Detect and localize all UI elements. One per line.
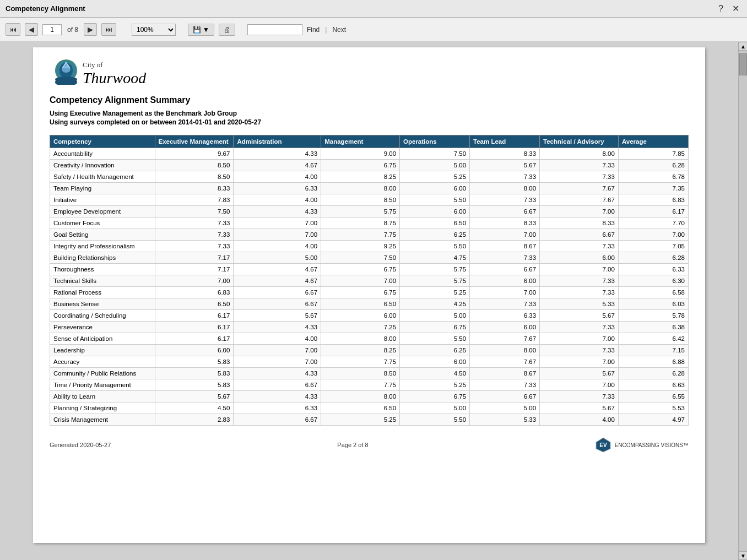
logo-svg <box>50 58 83 89</box>
toolbar: ⏮ ◀ of 8 ▶ ⏭ 100% 75% 125% 150% 💾 ▼ 🖨 Fi… <box>0 18 747 42</box>
last-page-button[interactable]: ⏭ <box>101 23 116 36</box>
competency-name: Team Playing <box>50 183 155 194</box>
score-cell: 7.00 <box>540 333 619 345</box>
page-total: of 8 <box>67 26 78 34</box>
score-cell: 6.33 <box>234 403 321 414</box>
page-input[interactable] <box>42 24 62 35</box>
score-cell: 7.50 <box>400 148 470 160</box>
score-cell: 5.67 <box>234 310 321 322</box>
scroll-thumb[interactable] <box>739 53 747 75</box>
find-input[interactable] <box>247 24 302 35</box>
scroll-down-button[interactable]: ▼ <box>739 551 747 560</box>
table-row: Time / Priority Management5.836.677.755.… <box>50 379 689 391</box>
score-cell: 6.00 <box>321 310 400 322</box>
next-find-button[interactable]: Next <box>332 26 346 34</box>
help-button[interactable]: ? <box>716 3 726 15</box>
table-row: Customer Focus7.337.008.756.508.338.337.… <box>50 218 689 229</box>
score-cell: 7.33 <box>540 322 619 333</box>
score-cell: 7.35 <box>618 183 688 194</box>
table-row: Safety / Health Management8.504.008.255.… <box>50 171 689 183</box>
score-cell: 4.67 <box>234 160 321 171</box>
score-cell: 7.50 <box>321 252 400 264</box>
table-row: Rational Process6.836.676.755.257.007.33… <box>50 287 689 298</box>
score-cell: 7.00 <box>618 229 688 241</box>
city-logo <box>50 58 83 89</box>
score-cell: 7.00 <box>321 275 400 287</box>
table-row: Employee Development7.504.335.756.006.67… <box>50 206 689 218</box>
svg-point-7 <box>55 77 77 82</box>
table-row: Integrity and Professionalism7.334.009.2… <box>50 241 689 252</box>
score-cell: 5.00 <box>234 252 321 264</box>
first-page-button[interactable]: ⏮ <box>6 23 20 36</box>
score-cell: 5.25 <box>321 414 400 426</box>
score-cell: 7.33 <box>540 345 619 356</box>
zoom-select[interactable]: 100% 75% 125% 150% <box>132 24 176 36</box>
competency-name: Safety / Health Management <box>50 171 155 183</box>
table-row: Leadership6.007.008.256.258.007.337.15 <box>50 345 689 356</box>
score-cell: 7.17 <box>155 264 234 275</box>
score-cell: 9.00 <box>321 148 400 160</box>
score-cell: 6.50 <box>155 298 234 310</box>
table-row: Sense of Anticipation6.174.008.005.507.6… <box>50 333 689 345</box>
score-cell: 7.67 <box>540 183 619 194</box>
score-cell: 6.55 <box>618 391 688 403</box>
score-cell: 6.17 <box>155 322 234 333</box>
score-cell: 5.67 <box>540 368 619 379</box>
scroll-track[interactable] <box>739 51 747 551</box>
table-row: Goal Setting7.337.007.756.257.006.677.00 <box>50 229 689 241</box>
competency-table: Competency Executive Management Administ… <box>50 135 689 426</box>
score-cell: 4.00 <box>234 241 321 252</box>
score-cell: 9.25 <box>321 241 400 252</box>
score-cell: 7.33 <box>155 241 234 252</box>
competency-name: Planning / Strategizing <box>50 403 155 414</box>
score-cell: 5.33 <box>470 414 540 426</box>
score-cell: 7.00 <box>234 356 321 368</box>
header-exec: Executive Management <box>155 135 234 148</box>
score-cell: 5.25 <box>400 379 470 391</box>
score-cell: 6.33 <box>234 183 321 194</box>
score-cell: 6.00 <box>400 356 470 368</box>
close-button[interactable]: ✕ <box>730 2 741 15</box>
score-cell: 6.75 <box>321 287 400 298</box>
score-cell: 7.00 <box>234 345 321 356</box>
score-cell: 7.75 <box>321 379 400 391</box>
score-cell: 4.67 <box>234 275 321 287</box>
score-cell: 4.33 <box>234 148 321 160</box>
competency-name: Building Relationships <box>50 252 155 264</box>
header-team: Team Lead <box>470 135 540 148</box>
generated-date: Generated 2020-05-27 <box>50 442 111 448</box>
print-button[interactable]: 🖨 <box>219 24 235 36</box>
score-cell: 5.75 <box>400 275 470 287</box>
title-controls: ? ✕ <box>716 2 741 15</box>
competency-name: Ability to Learn <box>50 391 155 403</box>
score-cell: 2.83 <box>155 414 234 426</box>
save-button[interactable]: 💾 ▼ <box>188 24 214 36</box>
page-container[interactable]: City of Thurwood Competency Alignment Su… <box>0 42 738 560</box>
score-cell: 8.00 <box>321 391 400 403</box>
score-cell: 5.67 <box>540 310 619 322</box>
score-cell: 7.33 <box>540 391 619 403</box>
competency-name: Customer Focus <box>50 218 155 229</box>
score-cell: 6.50 <box>321 298 400 310</box>
score-cell: 6.50 <box>321 403 400 414</box>
competency-name: Goal Setting <box>50 229 155 241</box>
scroll-up-button[interactable]: ▲ <box>739 42 747 51</box>
competency-name: Perseverance <box>50 322 155 333</box>
score-cell: 8.50 <box>321 368 400 379</box>
score-cell: 8.25 <box>321 171 400 183</box>
score-cell: 6.83 <box>618 194 688 206</box>
score-cell: 8.00 <box>321 333 400 345</box>
score-cell: 6.00 <box>540 252 619 264</box>
score-cell: 8.75 <box>321 218 400 229</box>
save-icon: 💾 <box>193 26 201 34</box>
competency-name: Business Sense <box>50 298 155 310</box>
next-page-button[interactable]: ▶ <box>84 23 97 36</box>
vertical-scrollbar[interactable]: ▲ ▼ <box>738 42 747 560</box>
table-row: Creativity / Innovation8.504.676.755.005… <box>50 160 689 171</box>
score-cell: 7.33 <box>155 229 234 241</box>
find-button[interactable]: Find <box>307 26 320 34</box>
prev-page-button[interactable]: ◀ <box>25 23 38 36</box>
score-cell: 8.50 <box>155 171 234 183</box>
svg-point-5 <box>62 66 71 73</box>
window-title: Competency Alignment <box>6 4 85 13</box>
